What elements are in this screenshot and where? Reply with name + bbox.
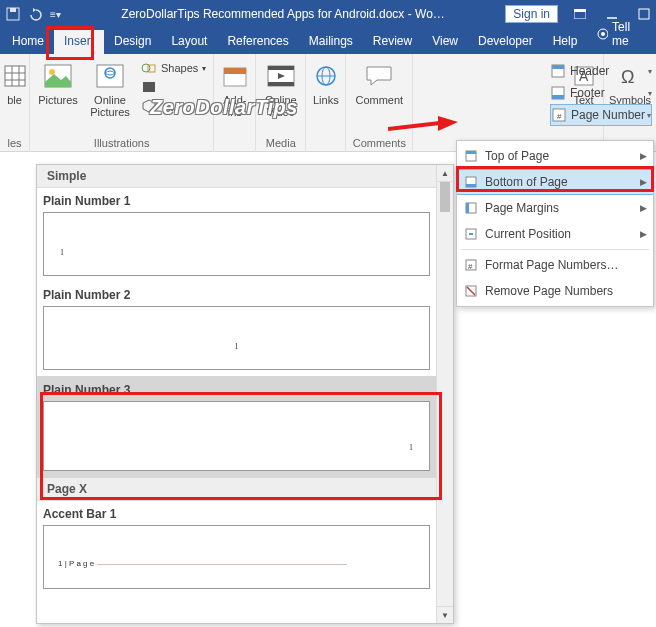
svg-rect-21 [224, 68, 246, 74]
svg-rect-41 [466, 184, 476, 187]
svg-rect-1 [10, 8, 16, 12]
svg-rect-39 [466, 151, 476, 154]
footer-button[interactable]: Footer▾ [550, 82, 652, 104]
tab-insert[interactable]: Insert [54, 30, 104, 54]
page-number-menu: Top of Page▶ Bottom of Page▶ Page Margin… [456, 140, 654, 307]
online-pictures-button[interactable]: Online Pictures [86, 56, 134, 118]
gallery-section-simple: Simple [37, 165, 436, 188]
sign-in-button[interactable]: Sign in [505, 5, 558, 23]
tab-developer[interactable]: Developer [468, 30, 543, 54]
svg-text:#: # [468, 262, 473, 271]
menu-bottom-of-page[interactable]: Bottom of Page▶ [457, 169, 653, 195]
svg-rect-3 [574, 9, 586, 12]
tab-mailings[interactable]: Mailings [299, 30, 363, 54]
customize-qat-icon[interactable]: ≡▾ [50, 9, 61, 20]
group-addins: Add- ins [214, 54, 256, 152]
svg-rect-29 [552, 65, 564, 69]
gallery-item-accent-1[interactable]: 1 | P a g e [43, 525, 430, 589]
svg-rect-8 [5, 66, 25, 86]
group-illustrations: Pictures Online Pictures Shapes ▾ Illust… [30, 54, 214, 152]
group-tables: ble les [0, 54, 30, 152]
tab-home[interactable]: Home [2, 30, 54, 54]
header-button[interactable]: Header▾ [550, 60, 652, 82]
menu-format-page-numbers[interactable]: #Format Page Numbers… [457, 252, 653, 278]
ribbon: ble les Pictures Online Pictures Shapes … [0, 54, 656, 152]
group-media: Online Video Media [256, 54, 306, 152]
online-video-button[interactable]: Online Video [257, 56, 305, 118]
svg-point-7 [601, 32, 605, 36]
gallery-item-title: Plain Number 3 [37, 377, 436, 401]
tell-me[interactable]: Tell me [587, 16, 656, 54]
undo-icon[interactable] [28, 7, 42, 21]
tab-view[interactable]: View [422, 30, 468, 54]
page-number-gallery: ▲ ▼ Simple Plain Number 1 1 Plain Number… [36, 164, 454, 624]
menu-current-position[interactable]: Current Position▶ [457, 221, 653, 247]
gallery-section-pagex: Page X [37, 478, 436, 501]
tab-references[interactable]: References [217, 30, 298, 54]
shapes-button[interactable]: Shapes ▾ [138, 60, 209, 76]
table-button[interactable]: ble [1, 56, 29, 106]
page-number-button[interactable]: #Page Number▾ [550, 104, 652, 126]
scroll-thumb[interactable] [440, 182, 450, 212]
menu-page-margins[interactable]: Page Margins▶ [457, 195, 653, 221]
tab-design[interactable]: Design [104, 30, 161, 54]
gallery-item-plain-3[interactable]: 1 [43, 401, 430, 471]
tab-layout[interactable]: Layout [161, 30, 217, 54]
svg-rect-43 [466, 203, 469, 213]
ribbon-tabs: Home Insert Design Layout References Mai… [0, 28, 656, 54]
icons-button[interactable] [138, 79, 209, 95]
svg-rect-23 [268, 66, 294, 70]
pictures-button[interactable]: Pictures [34, 56, 82, 106]
shapes-mini: Shapes ▾ [138, 56, 209, 114]
3d-models-button[interactable] [138, 98, 209, 114]
svg-rect-24 [268, 82, 294, 86]
comment-button[interactable]: Comment [350, 56, 408, 106]
gallery-item-plain-2[interactable]: 1 [43, 306, 430, 370]
quick-access-toolbar: ≡▾ [6, 7, 61, 21]
gallery-item-title: Plain Number 2 [37, 282, 436, 306]
svg-rect-19 [143, 82, 155, 92]
tab-review[interactable]: Review [363, 30, 422, 54]
ribbon-display-icon[interactable] [574, 8, 586, 20]
menu-top-of-page[interactable]: Top of Page▶ [457, 143, 653, 169]
menu-separator [461, 249, 649, 250]
menu-remove-page-numbers[interactable]: Remove Page Numbers [457, 278, 653, 304]
title-bar: ≡▾ ZeroDollarTips Recommended Apps for A… [0, 0, 656, 28]
group-headerfooter: Header▾ Footer▾ #Page Number▾ [413, 54, 564, 152]
save-icon[interactable] [6, 7, 20, 21]
scrollbar[interactable]: ▲ ▼ [436, 165, 453, 623]
svg-rect-31 [552, 95, 564, 99]
gallery-item-title: Plain Number 1 [37, 188, 436, 212]
group-links: Links [306, 54, 346, 152]
group-comments: Comment Comments [346, 54, 413, 152]
scroll-up-icon[interactable]: ▲ [437, 165, 453, 182]
document-title: ZeroDollarTips Recommended Apps for Andr… [61, 7, 505, 21]
scroll-down-icon[interactable]: ▼ [437, 606, 453, 623]
tab-help[interactable]: Help [543, 30, 588, 54]
gallery-item-plain-1[interactable]: 1 [43, 212, 430, 276]
svg-text:#: # [557, 112, 562, 121]
links-button[interactable]: Links [308, 56, 344, 106]
addins-button[interactable]: Add- ins [216, 56, 254, 118]
gallery-item-title: Accent Bar 1 [37, 501, 436, 525]
